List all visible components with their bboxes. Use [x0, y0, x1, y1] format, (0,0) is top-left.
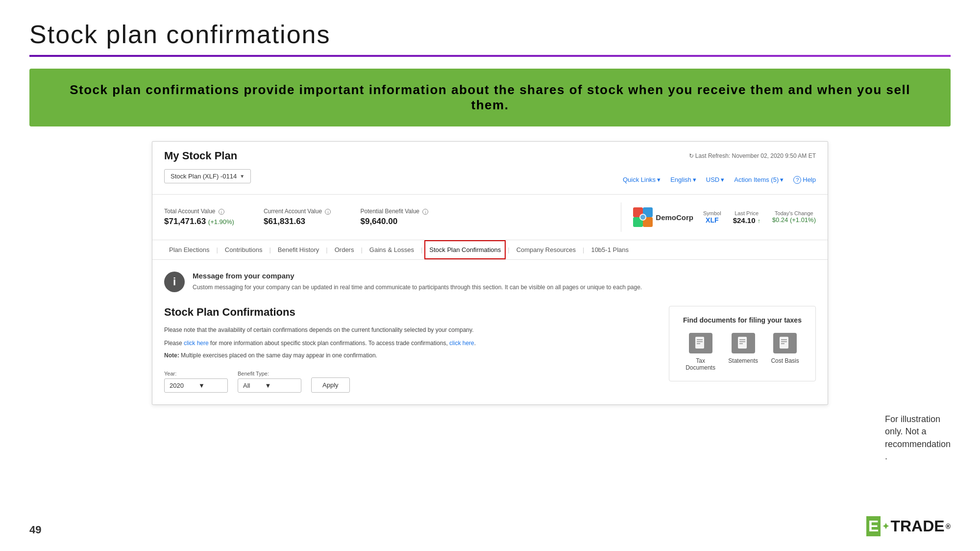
click-here-link-1[interactable]: click here [184, 340, 209, 347]
tab-separator: | [267, 246, 272, 253]
year-select[interactable]: 2020 ▼ [164, 378, 228, 393]
tab-separator: | [419, 246, 424, 253]
apply-button[interactable]: Apply [311, 377, 350, 393]
title-divider [29, 55, 951, 57]
todays-change-block: Today's Change $0.24 (+1.01%) [772, 210, 816, 225]
top-nav-links: Quick Links ▾ English ▾ USD ▾ Action Ite… [623, 176, 816, 184]
potential-benefit-value: Potential Benefit Value i $9,640.00 [360, 208, 428, 226]
tax-documents-icon[interactable] [689, 333, 712, 353]
cost-basis-label: Cost Basis [771, 357, 799, 364]
info-icon[interactable]: i [325, 209, 331, 215]
chevron-down-icon: ▾ [693, 176, 696, 183]
app-header-top: My Stock Plan ↻ Last Refresh: November 0… [164, 150, 816, 162]
find-docs-box: Find documents for filing your taxes [669, 306, 816, 381]
two-col-layout: Stock Plan Confirmations Please note tha… [164, 306, 816, 393]
todays-change-label: Today's Change [772, 210, 816, 216]
last-price-value: $24.10 ↑ [733, 216, 760, 225]
dropdown-arrow-icon: ▼ [240, 174, 245, 179]
company-info: DemoCorp Symbol XLF Last Price $24.10 ↑ [633, 207, 816, 227]
info-icon[interactable]: i [422, 209, 428, 215]
side-col: Find documents for filing your taxes [669, 306, 816, 393]
app-header: My Stock Plan ↻ Last Refresh: November 0… [152, 142, 828, 195]
cost-basis-block: Cost Basis [771, 333, 799, 364]
benefit-type-filter: Benefit Type: All ▼ [238, 371, 301, 393]
tab-benefit-history[interactable]: Benefit History [273, 240, 324, 259]
doc-icons-row: TaxDocuments [679, 333, 806, 371]
etrade-logo: E ✦ TRADE ® [866, 516, 951, 536]
tax-documents-label: TaxDocuments [686, 357, 715, 371]
symbol-block: Symbol XLF [703, 210, 721, 225]
click-here-link-2[interactable]: click here [449, 340, 474, 347]
nav-tabs: Plan Elections | Contributions | Benefit… [152, 240, 828, 260]
tab-company-resources[interactable]: Company Resources [512, 240, 581, 259]
total-account-label: Total Account Value i [164, 208, 234, 215]
tab-orders[interactable]: Orders [330, 240, 359, 259]
page-container: Stock plan confirmations Stock plan conf… [0, 0, 980, 551]
dropdown-arrow-icon: ▼ [265, 382, 271, 389]
description-line1: Please note that the availability of cer… [164, 326, 649, 335]
last-price-label: Last Price [733, 210, 760, 216]
app-frame: My Stock Plan ↻ Last Refresh: November 0… [152, 141, 828, 405]
account-dropdown[interactable]: Stock Plan (XLF) -0114 ▼ [164, 169, 251, 183]
slide-number: 49 [29, 524, 41, 536]
current-account-label: Current Account Value i [264, 208, 331, 215]
current-account-value: Current Account Value i $61,831.63 [264, 208, 331, 226]
tab-separator: | [581, 246, 586, 253]
currency-button[interactable]: USD ▾ [706, 176, 724, 183]
etrade-star-icon: ✦ [882, 521, 889, 532]
account-selector: Stock Plan (XLF) -0114 ▼ [164, 169, 251, 183]
side-note: For illustration only. Not a recommendat… [885, 413, 951, 463]
tab-contributions[interactable]: Contributions [220, 240, 268, 259]
quick-links-button[interactable]: Quick Links ▾ [623, 176, 661, 183]
last-price-block: Last Price $24.10 ↑ [733, 210, 760, 225]
stock-info-block: Symbol XLF Last Price $24.10 ↑ Today's C… [703, 210, 816, 225]
help-icon: ? [793, 176, 801, 184]
etrade-e-icon: E [866, 516, 881, 536]
app-title: My Stock Plan [164, 150, 237, 162]
total-account-amount: $71,471.63 (+1.90%) [164, 217, 234, 226]
benefit-type-label: Benefit Type: [238, 371, 301, 376]
info-message-title: Message from your company [193, 272, 642, 280]
refresh-icon: ↻ [689, 152, 694, 159]
vertical-divider [621, 202, 621, 232]
registered-trademark-icon: ® [946, 523, 951, 530]
statements-icon[interactable] [732, 333, 755, 353]
svg-rect-6 [695, 337, 704, 349]
symbol-label: Symbol [703, 210, 721, 216]
svg-point-5 [640, 215, 645, 220]
tab-separator: | [324, 246, 329, 253]
language-button[interactable]: English ▾ [670, 176, 696, 183]
tab-separator: | [214, 246, 220, 253]
find-docs-title: Find documents for filing your taxes [679, 316, 806, 324]
tab-gains-losses[interactable]: Gains & Losses [365, 240, 419, 259]
main-col: Stock Plan Confirmations Please note tha… [164, 306, 649, 393]
year-filter: Year: 2020 ▼ [164, 371, 228, 393]
todays-change-value: $0.24 (+1.01%) [772, 216, 816, 224]
statements-block: Statements [728, 333, 758, 364]
company-logo: DemoCorp [633, 207, 693, 227]
info-icon[interactable]: i [219, 209, 224, 215]
info-banner: Stock plan confirmations provide importa… [29, 69, 951, 126]
tab-stock-plan-confirmations[interactable]: Stock Plan Confirmations [424, 240, 506, 259]
total-account-change: (+1.90%) [208, 218, 234, 225]
benefit-type-select[interactable]: All ▼ [238, 378, 301, 393]
account-values-left: Total Account Value i $71,471.63 (+1.90%… [164, 208, 609, 226]
app-body: i Message from your company Custom messa… [152, 260, 828, 404]
symbol-value: XLF [703, 216, 721, 224]
chevron-down-icon: ▾ [721, 176, 724, 183]
help-button[interactable]: ? Help [793, 176, 816, 184]
cost-basis-icon[interactable] [773, 333, 797, 353]
svg-rect-14 [780, 337, 788, 349]
info-message: i Message from your company Custom messa… [164, 272, 816, 292]
filter-row: Year: 2020 ▼ Benefit Type: All ▼ [164, 371, 649, 393]
tab-10b5-plans[interactable]: 10b5-1 Plans [586, 240, 634, 259]
chevron-down-icon: ▾ [780, 176, 784, 183]
action-items-button[interactable]: Action Items (5) ▾ [734, 176, 784, 183]
total-account-value: Total Account Value i $71,471.63 (+1.90%… [164, 208, 234, 226]
description-line2: Please click here for more information a… [164, 339, 649, 348]
tab-separator: | [359, 246, 364, 253]
tab-plan-elections[interactable]: Plan Elections [164, 240, 214, 259]
potential-benefit-label: Potential Benefit Value i [360, 208, 428, 215]
section-title: Stock Plan Confirmations [164, 306, 649, 319]
dropdown-arrow-icon: ▼ [198, 382, 205, 389]
